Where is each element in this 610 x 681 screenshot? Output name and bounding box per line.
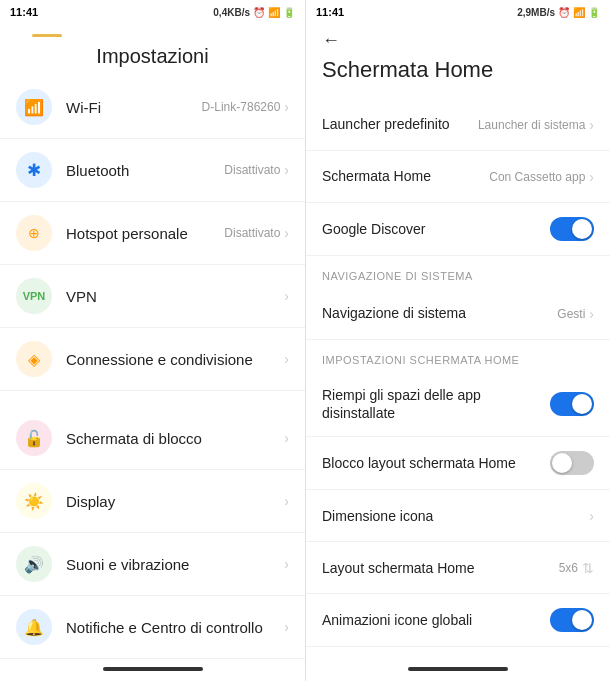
hotspot-label: Hotspot personale	[66, 225, 224, 242]
right-network-speed: 2,9MB/s	[517, 7, 555, 18]
bluetooth-chevron: ›	[284, 162, 289, 178]
schermata-home-label: Schermata Home	[322, 167, 489, 185]
right-item-animazioni[interactable]: Animazioni icone globali	[306, 594, 610, 647]
right-item-google-discover[interactable]: Google Discover	[306, 203, 610, 256]
settings-item-blocco[interactable]: 🔓 Schermata di blocco ›	[0, 407, 305, 470]
right-bottom-bar	[306, 661, 610, 681]
right-panel: 11:41 2,9MB/s ⏰ 📶 🔋 ← Schermata Home Lau…	[305, 0, 610, 681]
spacer1	[0, 391, 305, 407]
suoni-icon: 🔊	[16, 546, 52, 582]
blocco-icon: 🔓	[16, 420, 52, 456]
right-item-blocco-layout[interactable]: Blocco layout schermata Home	[306, 437, 610, 490]
right-status-bar: 11:41 2,9MB/s ⏰ 📶 🔋	[306, 0, 610, 24]
layout-home-chevron: ⇅	[582, 560, 594, 576]
launcher-chevron: ›	[589, 117, 594, 133]
launcher-value: Launcher di sistema	[478, 118, 585, 132]
suoni-chevron: ›	[284, 556, 289, 572]
right-header: ← Schermata Home	[306, 24, 610, 99]
schermata-home-value: Con Cassetto app	[489, 170, 585, 184]
settings-item-bluetooth[interactable]: ✱ Bluetooth Disattivato ›	[0, 139, 305, 202]
right-alarm-icon: ⏰	[558, 7, 570, 18]
right-page-title: Schermata Home	[322, 55, 594, 95]
notifiche-chevron: ›	[284, 619, 289, 635]
blocco-layout-toggle[interactable]	[550, 451, 594, 475]
bluetooth-label: Bluetooth	[66, 162, 224, 179]
battery-icon: 🔋	[283, 7, 295, 18]
settings-item-connessione[interactable]: ◈ Connessione e condivisione ›	[0, 328, 305, 391]
display-label: Display	[66, 493, 284, 510]
layout-home-label: Layout schermata Home	[322, 559, 559, 577]
bluetooth-icon: ✱	[16, 152, 52, 188]
google-discover-toggle[interactable]	[550, 217, 594, 241]
riempi-spazi-toggle[interactable]	[550, 392, 594, 416]
connessione-label: Connessione e condivisione	[66, 351, 284, 368]
schermata-home-chevron: ›	[589, 169, 594, 185]
section-impostazioni-header: IMPOSTAZIONI SCHERMATA HOME	[306, 340, 610, 372]
suoni-label: Suoni e vibrazione	[66, 556, 284, 573]
right-item-nav-sistema[interactable]: Navigazione di sistema Gesti ›	[306, 288, 610, 340]
settings-item-suoni[interactable]: 🔊 Suoni e vibrazione ›	[0, 533, 305, 596]
left-status-right: 0,4KB/s ⏰ 📶 🔋	[213, 7, 295, 18]
settings-item-hotspot[interactable]: ⊕ Hotspot personale Disattivato ›	[0, 202, 305, 265]
settings-item-notifiche[interactable]: 🔔 Notifiche e Centro di controllo ›	[0, 596, 305, 659]
google-discover-label: Google Discover	[322, 220, 550, 238]
left-title-bar: Impostazioni	[0, 24, 305, 76]
left-page-title: Impostazioni	[16, 45, 289, 68]
vpn-chevron: ›	[284, 288, 289, 304]
right-item-schermata-home[interactable]: Schermata Home Con Cassetto app ›	[306, 151, 610, 203]
wifi-sub: D-Link-786260	[202, 100, 281, 114]
back-button[interactable]: ←	[322, 30, 340, 51]
vpn-label: VPN	[66, 288, 284, 305]
nav-sistema-chevron: ›	[589, 306, 594, 322]
animazioni-toggle[interactable]	[550, 608, 594, 632]
wifi-label: Wi-Fi	[66, 99, 202, 116]
right-content: ← Schermata Home Launcher predefinito La…	[306, 24, 610, 661]
left-panel: 11:41 0,4KB/s ⏰ 📶 🔋 Impostazioni 📶 Wi-Fi…	[0, 0, 305, 681]
vpn-icon: VPN	[16, 278, 52, 314]
signal-icon: 📶	[268, 7, 280, 18]
hotspot-chevron: ›	[284, 225, 289, 241]
riempi-spazi-label: Riempi gli spazi delle app disinstallate	[322, 386, 550, 422]
nav-sistema-label: Navigazione di sistema	[322, 304, 557, 322]
title-accent-bar	[32, 34, 62, 37]
connessione-chevron: ›	[284, 351, 289, 367]
bluetooth-sub: Disattivato	[224, 163, 280, 177]
left-network-speed: 0,4KB/s	[213, 7, 250, 18]
nav-sistema-value: Gesti	[557, 307, 585, 321]
dimensione-icona-label: Dimensione icona	[322, 507, 589, 525]
right-item-layout-home[interactable]: Layout schermata Home 5x6 ⇅	[306, 542, 610, 594]
wifi-chevron: ›	[284, 99, 289, 115]
notifiche-icon: 🔔	[16, 609, 52, 645]
display-icon: ☀️	[16, 483, 52, 519]
right-time: 11:41	[316, 6, 344, 18]
left-time: 11:41	[10, 6, 38, 18]
blocco-label: Schermata di blocco	[66, 430, 284, 447]
right-signal-icon: 📶	[573, 7, 585, 18]
right-status-right: 2,9MB/s ⏰ 📶 🔋	[517, 7, 600, 18]
wifi-icon: 📶	[16, 89, 52, 125]
hotspot-sub: Disattivato	[224, 226, 280, 240]
right-item-launcher[interactable]: Launcher predefinito Launcher di sistema…	[306, 99, 610, 151]
settings-item-wifi[interactable]: 📶 Wi-Fi D-Link-786260 ›	[0, 76, 305, 139]
alarm-icon: ⏰	[253, 7, 265, 18]
blocco-chevron: ›	[284, 430, 289, 446]
display-chevron: ›	[284, 493, 289, 509]
right-battery-icon: 🔋	[588, 7, 600, 18]
launcher-label: Launcher predefinito	[322, 115, 478, 133]
settings-list: 📶 Wi-Fi D-Link-786260 › ✱ Bluetooth Disa…	[0, 76, 305, 661]
animazioni-label: Animazioni icone globali	[322, 611, 550, 629]
right-home-indicator	[408, 667, 508, 671]
left-status-bar: 11:41 0,4KB/s ⏰ 📶 🔋	[0, 0, 305, 24]
settings-item-vpn[interactable]: VPN VPN ›	[0, 265, 305, 328]
left-bottom-bar	[0, 661, 305, 681]
blocco-layout-label: Blocco layout schermata Home	[322, 454, 550, 472]
notifiche-label: Notifiche e Centro di controllo	[66, 619, 284, 636]
right-item-riempi-spazi[interactable]: Riempi gli spazi delle app disinstallate	[306, 372, 610, 437]
dimensione-icona-chevron: ›	[589, 508, 594, 524]
left-home-indicator	[103, 667, 203, 671]
layout-home-value: 5x6	[559, 561, 578, 575]
right-item-dimensione-icona[interactable]: Dimensione icona ›	[306, 490, 610, 542]
section-navigazione-header: NAVIGAZIONE DI SISTEMA	[306, 256, 610, 288]
connessione-icon: ◈	[16, 341, 52, 377]
settings-item-display[interactable]: ☀️ Display ›	[0, 470, 305, 533]
